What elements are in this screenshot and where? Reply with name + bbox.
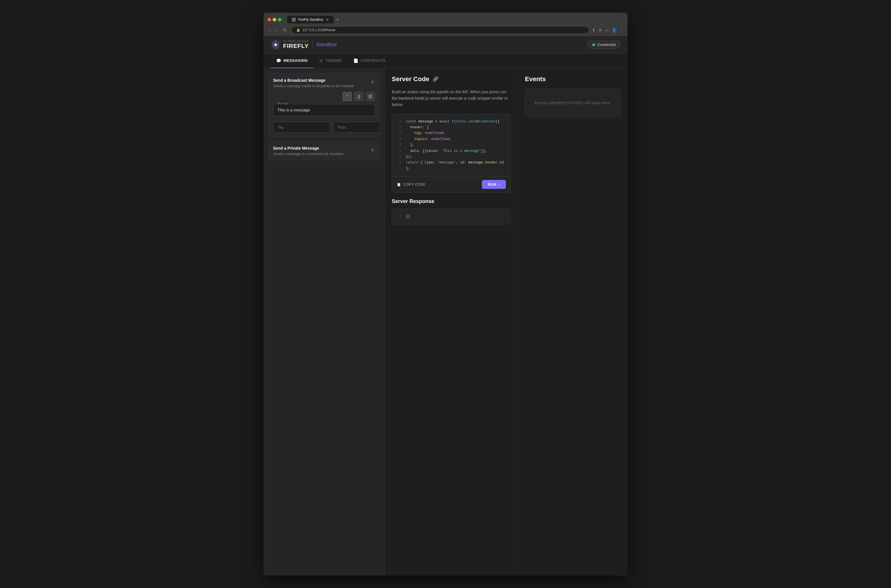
run-button[interactable]: RUN › bbox=[482, 180, 506, 189]
bookmark-icon[interactable]: ★ bbox=[598, 28, 602, 32]
svg-point-3 bbox=[275, 44, 277, 46]
messaging-icon: 💬 bbox=[276, 58, 281, 63]
response-content: 1 {} bbox=[392, 209, 511, 224]
brand-text: HYPERLEDGER FIREFLY bbox=[283, 40, 309, 50]
middle-panel: Server Code 🔗 Build an action using the … bbox=[385, 69, 518, 576]
maximize-button[interactable] bbox=[278, 18, 281, 21]
traffic-lights bbox=[267, 18, 281, 21]
right-panel: Events Events submitted to FireFly will … bbox=[518, 69, 628, 576]
tab-bar: FireFly Sandbox ✕ + bbox=[287, 16, 340, 24]
brand-sandbox: Sandbox bbox=[316, 42, 337, 48]
broadcast-card-info: Send a Broadcast Message Sends a message… bbox=[273, 78, 354, 88]
sidebar: Send a Broadcast Message Sends a message… bbox=[263, 69, 385, 576]
events-empty-message: Events submitted to FireFly will show he… bbox=[535, 100, 611, 105]
code-content: 1 const message = await firefly.sendBroa… bbox=[392, 114, 511, 177]
connected-badge: Connected bbox=[587, 40, 621, 49]
link-icon[interactable]: 🔗 bbox=[433, 76, 439, 82]
response-line-1: 1 {} bbox=[398, 213, 505, 219]
code-line-7: 7 }); bbox=[398, 154, 505, 160]
nav-buttons: ‹ › ↻ bbox=[267, 27, 288, 33]
code-format-button[interactable]: {} bbox=[354, 92, 364, 101]
app-content: HYPERLEDGER FIREFLY Sandbox Connected 💬 … bbox=[263, 36, 628, 576]
broadcast-collapse-button[interactable]: ∧ bbox=[370, 78, 375, 86]
file-format-button[interactable] bbox=[366, 92, 375, 101]
brand: HYPERLEDGER FIREFLY Sandbox bbox=[270, 40, 337, 50]
address-bar[interactable]: 🔒 127.0.0.1:5109/home bbox=[291, 26, 589, 34]
active-tab[interactable]: FireFly Sandbox ✕ bbox=[287, 16, 334, 23]
tab-messaging-label: MESSAGING bbox=[284, 58, 308, 63]
server-code-header: Server Code 🔗 bbox=[392, 75, 511, 83]
tab-contracts[interactable]: 📄 CONTRACTS bbox=[347, 54, 391, 68]
brand-hyperledger: HYPERLEDGER bbox=[283, 40, 309, 43]
broadcast-desc: Sends a message visible to all parties i… bbox=[273, 84, 354, 88]
tag-topic-group bbox=[273, 122, 375, 132]
address-text: 127.0.0.1:5109/home bbox=[303, 28, 335, 32]
tab-messaging[interactable]: 💬 MESSAGING bbox=[270, 54, 314, 68]
message-input[interactable] bbox=[273, 104, 375, 116]
private-card-info: Send a Private Message Sends a message t… bbox=[273, 146, 344, 156]
tokens-icon: ⊙ bbox=[319, 58, 323, 63]
events-empty-state: Events submitted to FireFly will show he… bbox=[525, 88, 621, 117]
copy-code-button[interactable]: 📋 COPY CODE bbox=[397, 183, 425, 187]
topic-input[interactable] bbox=[333, 122, 380, 132]
code-line-8: 8 return { type: 'message', id: message.… bbox=[398, 160, 505, 171]
brand-divider bbox=[313, 40, 313, 50]
profile-icon[interactable]: 👤 bbox=[612, 28, 616, 32]
code-line-5: 5 }, bbox=[398, 142, 505, 148]
message-field-label: Message * bbox=[276, 102, 292, 105]
tab-label: FireFly Sandbox bbox=[298, 18, 323, 22]
broadcast-title: Send a Broadcast Message bbox=[273, 78, 354, 82]
main-layout: Send a Broadcast Message Sends a message… bbox=[263, 69, 628, 576]
tag-input[interactable] bbox=[273, 122, 330, 132]
run-arrow-icon: › bbox=[499, 182, 500, 187]
share-icon[interactable]: ⬆ bbox=[592, 28, 595, 32]
code-actions: 📋 COPY CODE RUN › bbox=[392, 176, 511, 192]
code-line-1: 1 const message = await firefly.sendBroa… bbox=[398, 119, 505, 124]
lock-icon: 🔒 bbox=[296, 28, 301, 32]
new-tab-button[interactable]: + bbox=[335, 16, 340, 24]
tab-tokens[interactable]: ⊙ TOKENS bbox=[314, 54, 347, 68]
copy-icon: 📋 bbox=[397, 183, 401, 187]
code-line-3: 3 tag: undefined, bbox=[398, 130, 505, 136]
broadcast-card: Send a Broadcast Message Sends a message… bbox=[268, 73, 380, 138]
quote-format-button[interactable]: " bbox=[343, 92, 352, 101]
server-code-title: Server Code bbox=[392, 75, 429, 83]
private-card-header: Send a Private Message Sends a message t… bbox=[268, 141, 380, 160]
back-button[interactable]: ‹ bbox=[267, 27, 272, 33]
address-bar-row: ‹ › ↻ 🔒 127.0.0.1:5109/home ⬆ ★ ▭ 👤 ⋮ bbox=[263, 24, 628, 36]
forward-button[interactable]: › bbox=[274, 27, 279, 33]
toolbar-icons: ⬆ ★ ▭ 👤 ⋮ bbox=[592, 28, 624, 32]
private-title: Send a Private Message bbox=[273, 146, 344, 150]
server-response-title: Server Response bbox=[392, 198, 511, 204]
contracts-icon: 📄 bbox=[353, 58, 359, 63]
browser-titlebar: FireFly Sandbox ✕ + bbox=[263, 13, 628, 24]
private-message-card: Send a Private Message Sends a message t… bbox=[268, 141, 380, 160]
server-code-description: Build an action using the panels on the … bbox=[392, 88, 511, 108]
private-desc: Sends a message to a restricted set of p… bbox=[273, 152, 344, 156]
tab-favicon bbox=[292, 18, 296, 22]
tab-contracts-label: CONTRACTS bbox=[361, 58, 385, 63]
response-block: 1 {} bbox=[392, 208, 511, 224]
code-block: 1 const message = await firefly.sendBroa… bbox=[392, 114, 511, 193]
brand-firefly: FIREFLY bbox=[283, 43, 309, 50]
format-buttons: " {} bbox=[273, 92, 375, 101]
broadcast-card-header: Send a Broadcast Message Sends a message… bbox=[268, 74, 380, 92]
menu-icon[interactable]: ⋮ bbox=[619, 28, 624, 32]
code-line-2: 2 header: { bbox=[398, 124, 505, 130]
private-expand-button[interactable]: ∨ bbox=[370, 146, 375, 153]
connected-dot-icon bbox=[592, 44, 595, 46]
brand-logo: HYPERLEDGER FIREFLY bbox=[270, 40, 309, 50]
code-line-6: 6 data: [{value: 'This is a message'}], bbox=[398, 148, 505, 154]
broadcast-card-body: " {} M bbox=[268, 92, 380, 137]
file-icon bbox=[368, 94, 373, 99]
close-button[interactable] bbox=[267, 18, 271, 21]
sidebar-icon[interactable]: ▭ bbox=[605, 28, 609, 32]
browser-window: FireFly Sandbox ✕ + ‹ › ↻ 🔒 127.0.0.1:51… bbox=[263, 13, 628, 576]
app-header: HYPERLEDGER FIREFLY Sandbox Connected bbox=[263, 36, 628, 54]
nav-tabs: 💬 MESSAGING ⊙ TOKENS 📄 CONTRACTS bbox=[263, 54, 628, 69]
firefly-logo-icon bbox=[270, 40, 281, 50]
tab-close-icon[interactable]: ✕ bbox=[326, 18, 329, 22]
reload-button[interactable]: ↻ bbox=[281, 27, 288, 33]
code-line-4: 4 topics: undefined, bbox=[398, 136, 505, 142]
minimize-button[interactable] bbox=[273, 18, 276, 21]
